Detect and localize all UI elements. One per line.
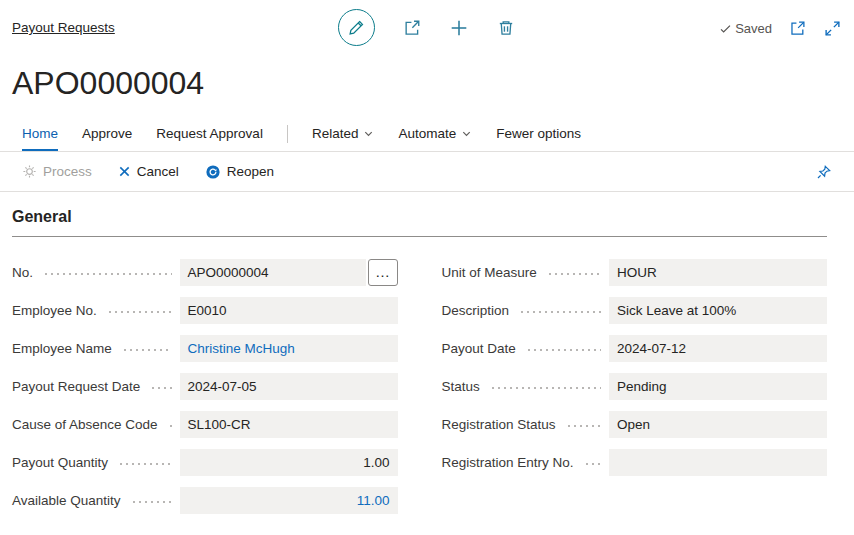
popout-icon[interactable] [787,18,807,38]
field-row: Payout Quantity 1.00 [12,443,398,481]
dotted-leader [129,481,172,519]
field-row: Employee Name Christine McHugh [12,329,398,367]
dotted-leader [105,291,172,329]
dotted-leader [148,367,171,405]
reopen-button[interactable]: Reopen [205,164,274,180]
general-fields: No. APO0000004 … Employee No. E0010 Empl… [0,237,854,519]
reopen-label: Reopen [227,164,274,179]
assist-edit-button[interactable]: … [368,259,398,286]
add-icon[interactable] [449,18,469,38]
registration-status-label: Registration Status [442,417,556,432]
cancel-button[interactable]: Cancel [118,164,179,179]
field-row: Unit of Measure HOUR [442,253,828,291]
dotted-leader [166,405,172,443]
reopen-icon [205,164,221,180]
tab-fewer-options[interactable]: Fewer options [496,116,581,151]
process-button[interactable]: Process [22,164,92,179]
dotted-leader [545,253,601,291]
action-bar: Process Cancel Reopen [0,152,854,192]
chevron-down-icon [363,128,374,139]
field-row: Status Pending [442,367,828,405]
employee-name-link[interactable]: Christine McHugh [180,335,398,362]
cancel-label: Cancel [137,164,179,179]
cause-of-absence-code-label: Cause of Absence Code [12,417,158,432]
payout-request-date-input[interactable]: 2024-07-05 [180,373,398,400]
delete-icon[interactable] [496,18,516,38]
cause-of-absence-code-input[interactable]: SL100-CR [180,411,398,438]
top-bar: Payout Requests [0,0,854,56]
tab-approve[interactable]: Approve [82,116,132,151]
status-label: Status [442,379,480,394]
x-icon [118,165,131,178]
no-label: No. [12,265,33,280]
payout-request-date-label: Payout Request Date [12,379,140,394]
registration-entry-no-label: Registration Entry No. [442,455,574,470]
payout-quantity-input[interactable]: 1.00 [180,449,398,476]
registration-entry-no-input[interactable] [609,449,827,476]
dotted-leader [120,329,172,367]
tab-related[interactable]: Related [312,116,375,151]
status-input[interactable]: Pending [609,373,827,400]
field-row: Payout Request Date 2024-07-05 [12,367,398,405]
pin-icon[interactable] [816,164,832,180]
payout-quantity-label: Payout Quantity [12,455,108,470]
description-label: Description [442,303,510,318]
chevron-down-icon [461,128,472,139]
pencil-icon [348,19,365,36]
tab-divider [287,125,288,143]
field-row: Cause of Absence Code SL100-CR [12,405,398,443]
field-row: No. APO0000004 … [12,253,398,291]
field-row: Payout Date 2024-07-12 [442,329,828,367]
unit-of-measure-input[interactable]: HOUR [609,259,827,286]
menu-tab-bar: Home Approve Request Approval Related Au… [0,116,854,152]
employee-no-input[interactable]: E0010 [180,297,398,324]
fields-left-column: No. APO0000004 … Employee No. E0010 Empl… [12,253,398,519]
tab-home[interactable]: Home [22,116,58,151]
check-icon [719,22,732,35]
payout-date-label: Payout Date [442,341,516,356]
dotted-leader [488,367,601,405]
gear-icon [22,164,37,179]
top-right-controls: Saved [719,18,842,38]
tab-request-approval[interactable]: Request Approval [156,116,263,151]
dotted-leader [582,443,601,481]
dotted-leader [116,443,171,481]
process-label: Process [43,164,92,179]
available-quantity-label: Available Quantity [12,493,121,508]
payout-date-input[interactable]: 2024-07-12 [609,335,827,362]
fields-right-column: Unit of Measure HOUR Description Sick Le… [442,253,828,519]
field-row: Registration Status Open [442,405,828,443]
breadcrumb[interactable]: Payout Requests [12,20,115,35]
share-icon[interactable] [402,18,422,38]
employee-name-label: Employee Name [12,341,112,356]
employee-no-label: Employee No. [12,303,97,318]
field-row: Registration Entry No. [442,443,828,481]
section-title-general[interactable]: General [12,208,827,237]
page-title: APO0000004 [0,56,854,116]
field-row: Employee No. E0010 [12,291,398,329]
edit-button[interactable] [338,9,375,46]
description-input[interactable]: Sick Leave at 100% [609,297,827,324]
no-input[interactable]: APO0000004 [180,259,366,286]
expand-icon[interactable] [822,18,842,38]
available-quantity-link[interactable]: 11.00 [180,487,398,514]
tab-automate[interactable]: Automate [398,116,472,151]
dotted-leader [564,405,601,443]
dotted-leader [41,253,171,291]
dotted-leader [517,291,601,329]
save-status-label: Saved [735,21,772,36]
dotted-leader [524,329,601,367]
field-row: Available Quantity 11.00 [12,481,398,519]
unit-of-measure-label: Unit of Measure [442,265,537,280]
page-command-icons [338,9,516,46]
save-status: Saved [719,21,772,36]
registration-status-input[interactable]: Open [609,411,827,438]
field-row: Description Sick Leave at 100% [442,291,828,329]
